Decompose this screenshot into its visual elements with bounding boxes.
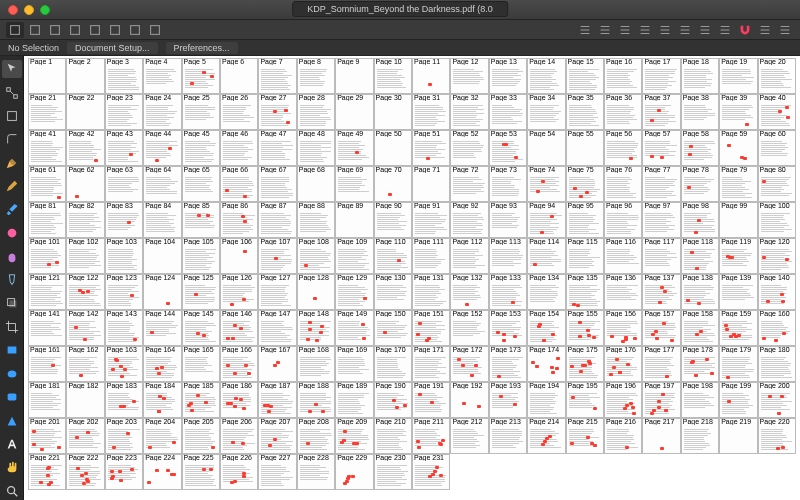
page-thumbnail[interactable]: Page 149	[335, 310, 373, 346]
flip-h-icon[interactable]	[86, 22, 104, 38]
page-thumbnail[interactable]: Page 99	[719, 202, 757, 238]
page-thumbnail[interactable]: Page 9	[335, 58, 373, 94]
text-tool[interactable]	[2, 435, 22, 453]
page-thumbnail[interactable]: Page 118	[681, 238, 719, 274]
page-thumbnail[interactable]: Page 159	[719, 310, 757, 346]
page-thumbnail[interactable]: Page 111	[412, 238, 450, 274]
page-thumbnail[interactable]: Page 173	[489, 346, 527, 382]
page-thumbnail[interactable]: Page 185	[182, 382, 220, 418]
page-thumbnail[interactable]: Page 129	[335, 274, 373, 310]
page-thumbnail[interactable]: Page 186	[220, 382, 258, 418]
crop-icon[interactable]	[146, 22, 164, 38]
move-tool[interactable]	[2, 60, 22, 78]
page-thumbnail[interactable]: Page 11	[412, 58, 450, 94]
page-thumbnail[interactable]: Page 219	[719, 418, 757, 454]
page-thumbnail[interactable]: Page 154	[527, 310, 565, 346]
pan-tool[interactable]	[2, 458, 22, 476]
page-thumbnail[interactable]: Page 114	[527, 238, 565, 274]
page-thumbnail[interactable]: Page 105	[182, 238, 220, 274]
pencil-tool[interactable]	[2, 177, 22, 195]
page-thumbnail[interactable]: Page 22	[66, 94, 104, 130]
zoom-window-button[interactable]	[40, 5, 50, 15]
brush-tool[interactable]	[2, 201, 22, 219]
page-thumbnail[interactable]: Page 84	[143, 202, 181, 238]
page-thumbnail[interactable]: Page 93	[489, 202, 527, 238]
page-thumbnail[interactable]: Page 142	[66, 310, 104, 346]
page-thumbnail[interactable]: Page 80	[758, 166, 796, 202]
page-thumbnail[interactable]: Page 189	[335, 382, 373, 418]
page-thumbnail[interactable]: Page 38	[681, 94, 719, 130]
page-thumbnail[interactable]: Page 18	[681, 58, 719, 94]
grid-toggle-icon[interactable]	[716, 22, 734, 38]
page-thumbnail[interactable]: Page 79	[719, 166, 757, 202]
page-thumbnail[interactable]: Page 182	[66, 382, 104, 418]
page-thumbnail[interactable]: Page 135	[566, 274, 604, 310]
page-thumbnail[interactable]: Page 113	[489, 238, 527, 274]
page-thumbnail[interactable]: Page 156	[604, 310, 642, 346]
page-thumbnail[interactable]: Page 21	[28, 94, 66, 130]
fill-tool[interactable]	[2, 224, 22, 242]
page-thumbnail[interactable]: Page 33	[489, 94, 527, 130]
page-thumbnail[interactable]: Page 32	[450, 94, 488, 130]
page-thumbnail[interactable]: Page 150	[374, 310, 412, 346]
page-thumbnail[interactable]: Page 198	[681, 382, 719, 418]
align-center-icon[interactable]	[596, 22, 614, 38]
page-thumbnail[interactable]: Page 39	[719, 94, 757, 130]
page-thumbnail[interactable]: Page 194	[527, 382, 565, 418]
page-thumbnail[interactable]: Page 227	[258, 454, 296, 490]
page-thumbnail[interactable]: Page 73	[489, 166, 527, 202]
page-thumbnail[interactable]: Page 16	[604, 58, 642, 94]
preferences-button[interactable]: Preferences...	[166, 42, 238, 54]
page-thumbnail[interactable]: Page 187	[258, 382, 296, 418]
page-thumbnail[interactable]: Page 29	[335, 94, 373, 130]
page-thumbnail[interactable]: Page 117	[642, 238, 680, 274]
page-thumbnail[interactable]: Page 86	[220, 202, 258, 238]
page-thumbnail[interactable]: Page 206	[220, 418, 258, 454]
page-thumbnail[interactable]: Page 97	[642, 202, 680, 238]
page-thumbnail[interactable]: Page 143	[105, 310, 143, 346]
align-middle-icon[interactable]	[656, 22, 674, 38]
document-canvas[interactable]: Page 1Page 2Page 3Page 4Page 5Page 6Page…	[24, 56, 800, 500]
page-thumbnail[interactable]: Page 95	[566, 202, 604, 238]
page-thumbnail[interactable]: Page 85	[182, 202, 220, 238]
share-icon[interactable]	[26, 22, 44, 38]
page-thumbnail[interactable]: Page 110	[374, 238, 412, 274]
page-thumbnail[interactable]: Page 59	[719, 130, 757, 166]
page-thumbnail[interactable]: Page 109	[335, 238, 373, 274]
page-thumbnail[interactable]: Page 67	[258, 166, 296, 202]
page-thumbnail[interactable]: Page 1	[28, 58, 66, 94]
shadow-tool[interactable]	[2, 294, 22, 312]
page-thumbnail[interactable]: Page 90	[374, 202, 412, 238]
merge-icon[interactable]	[126, 22, 144, 38]
page-thumbnail[interactable]: Page 157	[642, 310, 680, 346]
page-thumbnail[interactable]: Page 6	[220, 58, 258, 94]
page-thumbnail[interactable]: Page 151	[412, 310, 450, 346]
flip-v-icon[interactable]	[106, 22, 124, 38]
page-thumbnail[interactable]: Page 58	[681, 130, 719, 166]
page-thumbnail[interactable]: Page 30	[374, 94, 412, 130]
page-thumbnail[interactable]: Page 215	[566, 418, 604, 454]
page-thumbnail[interactable]: Page 207	[258, 418, 296, 454]
zoom-tool[interactable]	[2, 482, 22, 500]
page-thumbnail[interactable]: Page 70	[374, 166, 412, 202]
page-thumbnail[interactable]: Page 178	[681, 346, 719, 382]
page-thumbnail[interactable]: Page 128	[297, 274, 335, 310]
page-thumbnail[interactable]: Page 100	[758, 202, 796, 238]
page-thumbnail[interactable]: Page 62	[66, 166, 104, 202]
page-thumbnail[interactable]: Page 69	[335, 166, 373, 202]
page-thumbnail[interactable]: Page 31	[412, 94, 450, 130]
page-thumbnail[interactable]: Page 175	[566, 346, 604, 382]
page-thumbnail[interactable]: Page 91	[412, 202, 450, 238]
page-thumbnail[interactable]: Page 106	[220, 238, 258, 274]
page-thumbnail[interactable]: Page 167	[258, 346, 296, 382]
page-thumbnail[interactable]: Page 195	[566, 382, 604, 418]
page-thumbnail[interactable]: Page 120	[758, 238, 796, 274]
page-thumbnail[interactable]: Page 216	[604, 418, 642, 454]
page-thumbnail[interactable]: Page 134	[527, 274, 565, 310]
page-thumbnail[interactable]: Page 64	[143, 166, 181, 202]
page-thumbnail[interactable]: Page 40	[758, 94, 796, 130]
page-thumbnail[interactable]: Page 226	[220, 454, 258, 490]
page-thumbnail[interactable]: Page 26	[220, 94, 258, 130]
page-thumbnail[interactable]: Page 65	[182, 166, 220, 202]
page-thumbnail[interactable]: Page 48	[297, 130, 335, 166]
